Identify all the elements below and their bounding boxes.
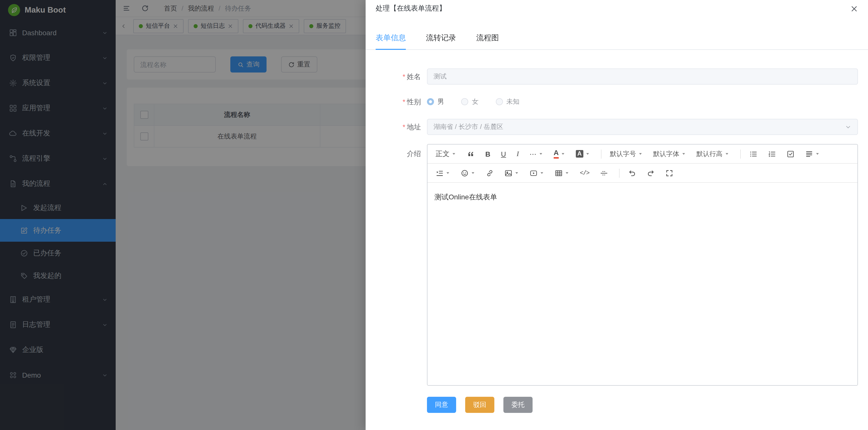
required-marker: * (403, 123, 405, 131)
name-label-text: 姓名 (407, 73, 421, 81)
tab-form-info[interactable]: 表单信息 (376, 32, 406, 49)
emoji-icon (461, 169, 469, 177)
name-label: *姓名 (366, 68, 427, 85)
caret-down-icon (561, 151, 565, 156)
radio-unknown: 未知 (496, 94, 520, 110)
insert-table-dropdown[interactable] (551, 166, 573, 180)
line-height-dropdown[interactable]: 默认行高 (692, 147, 733, 161)
undo-button[interactable] (624, 166, 640, 180)
quote-icon (467, 150, 475, 158)
insert-link-button[interactable] (482, 166, 498, 180)
editor-toolbar-row-1: 正文 B U I ⋯ A A 默认字号 默认字体 默认行高 (428, 144, 858, 164)
radio-icon (496, 98, 503, 105)
emoji-dropdown[interactable] (457, 166, 479, 180)
caret-down-icon (471, 171, 475, 175)
drawer-tabs: 表单信息 流转记录 流程图 (366, 32, 868, 50)
caret-down-icon (452, 151, 456, 156)
drawer-actions: 同意 驳回 委托 (427, 397, 868, 413)
underline-button[interactable]: U (497, 147, 510, 161)
font-color-icon: A (554, 149, 559, 159)
caret-down-icon (815, 151, 819, 156)
insert-image-dropdown[interactable] (500, 166, 523, 180)
caret-down-icon (585, 151, 590, 156)
reject-button[interactable]: 驳回 (465, 397, 494, 413)
radio-checked-icon (427, 98, 434, 105)
editor-content[interactable]: 测试Online在线表单 (428, 183, 858, 385)
insert-divider-button[interactable] (596, 166, 612, 180)
font-family-dropdown[interactable]: 默认字体 (649, 147, 690, 161)
code-block-button[interactable]: </> (576, 166, 593, 180)
fullscreen-button[interactable] (661, 166, 677, 180)
bold-button[interactable]: B (481, 147, 494, 161)
caret-down-icon (538, 151, 543, 156)
redo-button[interactable] (643, 166, 658, 180)
approve-button[interactable]: 同意 (427, 397, 456, 413)
radio-female: 女 (461, 94, 478, 110)
font-size-dropdown[interactable]: 默认字号 (606, 147, 647, 161)
tab-flow-diagram[interactable]: 流程图 (476, 32, 499, 49)
blockquote-button[interactable] (463, 147, 479, 161)
align-dropdown[interactable] (801, 147, 824, 161)
radio-male: 男 (427, 94, 444, 110)
bg-color-dropdown[interactable]: A (572, 147, 594, 161)
form-row-gender: *性别 男 女 未知 (366, 94, 868, 110)
caret-down-icon (724, 151, 729, 156)
font-color-dropdown[interactable]: A (550, 147, 569, 161)
close-icon[interactable] (850, 5, 858, 12)
undo-icon (628, 169, 636, 177)
caret-down-icon (681, 151, 686, 156)
line-height-label: 默认行高 (696, 149, 722, 159)
redo-icon (647, 169, 654, 177)
radio-label: 未知 (506, 94, 520, 110)
gender-radio-group: 男 女 未知 (427, 94, 858, 110)
intro-label-text: 介绍 (407, 149, 421, 157)
caret-down-icon (539, 171, 544, 175)
address-label: *地址 (366, 119, 427, 135)
indent-dropdown[interactable] (432, 166, 454, 180)
toolbar-divider (601, 149, 601, 159)
address-value: 湖南省 / 长沙市 / 岳麓区 (434, 122, 503, 132)
toolbar-divider (619, 168, 619, 177)
italic-button[interactable]: I (513, 147, 523, 161)
align-icon (805, 150, 813, 158)
chevron-down-icon (845, 124, 851, 130)
todo-list-button[interactable] (782, 147, 798, 161)
table-icon (555, 169, 563, 177)
ordered-list-icon (768, 150, 776, 158)
gender-label: *性别 (366, 94, 427, 110)
address-label-text: 地址 (407, 123, 421, 131)
bold-glyph: B (485, 150, 490, 158)
italic-glyph: I (517, 150, 519, 158)
bg-color-icon: A (576, 150, 583, 157)
paragraph-style-label: 正文 (435, 149, 450, 159)
gender-label-text: 性别 (407, 98, 421, 106)
delegate-button[interactable]: 委托 (503, 397, 533, 413)
intro-label: 介绍 (366, 144, 427, 386)
modal-overlay[interactable] (0, 0, 366, 430)
ordered-list-button[interactable] (764, 147, 780, 161)
video-icon (530, 169, 537, 177)
radio-label: 女 (472, 94, 478, 110)
link-icon (486, 169, 494, 177)
indent-icon (435, 169, 443, 177)
underline-glyph: U (501, 150, 506, 158)
caret-down-icon (638, 151, 643, 156)
radio-label: 男 (437, 94, 444, 110)
drawer-form: *姓名 *性别 男 女 (366, 50, 868, 413)
tab-flow-records[interactable]: 流转记录 (426, 32, 456, 49)
paragraph-style-dropdown[interactable]: 正文 (432, 147, 460, 161)
more-glyph: ⋯ (530, 150, 536, 158)
form-row-address: *地址 湖南省 / 长沙市 / 岳麓区 (366, 119, 868, 135)
font-size-label: 默认字号 (610, 149, 636, 159)
drawer-header: 处理【在线表单流程】 (366, 0, 868, 17)
drawer-title: 处理【在线表单流程】 (376, 4, 446, 13)
insert-video-dropdown[interactable] (526, 166, 548, 180)
process-drawer: 处理【在线表单流程】 表单信息 流转记录 流程图 *姓名 *性别 (366, 0, 868, 430)
rich-text-editor: 正文 B U I ⋯ A A 默认字号 默认字体 默认行高 (427, 144, 858, 386)
form-row-name: *姓名 (366, 68, 868, 85)
horizontal-rule-icon (600, 169, 608, 177)
bullet-list-button[interactable] (745, 147, 761, 161)
more-styles-dropdown[interactable]: ⋯ (526, 147, 547, 161)
required-marker: * (403, 98, 405, 106)
form-row-intro: 介绍 正文 B U I ⋯ A A (366, 144, 868, 386)
